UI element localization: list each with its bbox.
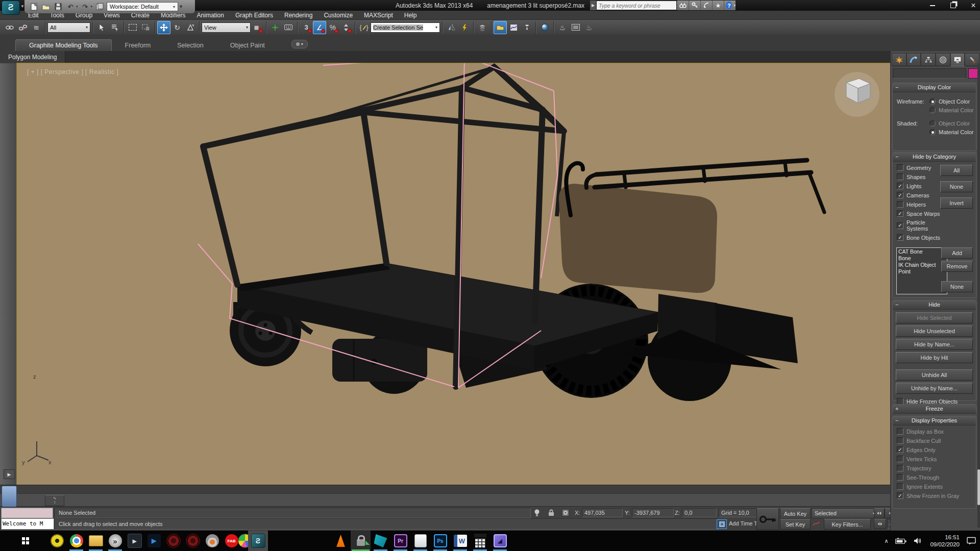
taskbar-disc-burner[interactable] <box>202 531 222 551</box>
prop-checkbox-edges-only[interactable] <box>897 446 903 453</box>
battery-icon[interactable] <box>895 538 906 544</box>
taskbar-photoshop[interactable]: Ps <box>430 531 450 551</box>
z-coord-field[interactable]: 0,0 <box>682 508 717 517</box>
taskbar-video-app-purple[interactable]: ◢ <box>490 531 510 551</box>
category-checkbox-particle-systems[interactable] <box>897 222 903 229</box>
select-and-link-icon[interactable] <box>3 21 16 34</box>
favorites-star-icon[interactable]: ★ <box>712 1 724 10</box>
isolate-selection-icon[interactable] <box>531 508 543 517</box>
redo-dropdown-icon[interactable]: ▾ <box>91 5 93 9</box>
taskbar-word[interactable]: W <box>450 531 470 551</box>
tab-motion-icon[interactable] <box>936 53 950 66</box>
schematic-view-icon[interactable] <box>520 21 533 34</box>
perspective-viewport[interactable]: [ + ] [ Perspective ] [ Realistic ] z y … <box>17 63 890 485</box>
snaps-toggle-icon[interactable]: 3 <box>300 21 313 34</box>
curve-editor-icon[interactable] <box>507 21 520 34</box>
go-to-start-button[interactable]: ⏴⏴ <box>874 508 885 518</box>
set-key-button[interactable]: Set Key <box>780 519 811 530</box>
category-checkbox-helpers[interactable] <box>897 201 903 208</box>
x-coord-field[interactable]: 497,035 <box>582 508 623 517</box>
maxscript-listener-pink[interactable] <box>1 508 53 518</box>
prop-checkbox-backface-cull[interactable] <box>897 437 903 444</box>
menu-maxscript[interactable]: MAXScript <box>358 12 399 19</box>
edit-named-selection-sets-icon[interactable]: {} <box>357 21 371 34</box>
hide-header[interactable]: −Hide <box>893 300 976 310</box>
panel-scrollbar[interactable] <box>977 63 980 528</box>
tab-display-icon[interactable] <box>950 53 965 66</box>
taskbar-3ds-max[interactable]: Ƨ <box>248 531 268 551</box>
category-invert-button[interactable]: Invert <box>940 197 973 209</box>
object-name-field[interactable] <box>893 68 966 79</box>
rectangular-selection-region-icon[interactable] <box>126 21 139 34</box>
prop-checkbox-display-as-box[interactable] <box>897 428 903 435</box>
set-keys-button[interactable] <box>756 508 779 530</box>
tab-modify-icon[interactable] <box>906 53 921 66</box>
subscription-key-icon[interactable] <box>689 1 700 10</box>
tab-object-paint[interactable]: Object Paint <box>217 40 278 51</box>
default-in-out-tangent-icon[interactable] <box>811 519 823 528</box>
keyboard-shortcut-override-icon[interactable] <box>282 21 295 34</box>
viewport-label[interactable]: [ + ] [ Perspective ] [ Realistic ] <box>27 68 118 76</box>
key-mode-dropdown[interactable]: Selected▾ <box>812 508 878 518</box>
taskbar-clonedvd-2[interactable] <box>183 531 203 551</box>
taskbar-calculator[interactable] <box>470 531 490 551</box>
category-remove-button[interactable]: Remove <box>941 261 973 272</box>
selection-lock-icon[interactable] <box>545 508 557 517</box>
key-filters-button[interactable]: Key Filters... <box>824 519 871 530</box>
workspace-dropdown[interactable]: Workspace: Default ▾ <box>107 2 178 11</box>
action-center-icon[interactable] <box>967 537 976 545</box>
spinner-snap-toggle-icon[interactable] <box>339 21 353 34</box>
taskbar-notes-app[interactable] <box>410 531 430 551</box>
hide-by-hit-button[interactable]: Hide by Hit <box>896 352 973 363</box>
search-input[interactable] <box>596 1 677 10</box>
undo-icon[interactable]: ↶ <box>65 2 76 11</box>
category-checkbox-lights[interactable] <box>897 183 903 189</box>
tab-selection[interactable]: Selection <box>164 40 216 51</box>
polygon-modeling-panel-tab[interactable]: Polygon Modeling <box>0 51 65 63</box>
category-checkbox-space-warps[interactable] <box>897 210 903 217</box>
taskbar-clock[interactable]: 16:51 09/02/2020 <box>930 534 960 548</box>
prop-checkbox-trajectory[interactable] <box>897 465 903 471</box>
select-and-manipulate-icon[interactable] <box>268 21 282 34</box>
select-by-name-icon[interactable] <box>108 21 121 34</box>
list-item[interactable]: Point <box>898 268 945 275</box>
prop-checkbox-vertex-ticks[interactable] <box>897 456 903 462</box>
bind-to-space-warp-icon[interactable]: ≋ <box>30 21 43 34</box>
project-folder-icon[interactable] <box>94 2 105 11</box>
category-checkbox-geometry[interactable] <box>897 164 903 171</box>
category-none-button[interactable]: None <box>940 181 973 192</box>
restore-button[interactable] <box>949 2 957 9</box>
menu-customize[interactable]: Customize <box>318 12 358 19</box>
category-all-button[interactable]: All <box>940 165 973 176</box>
mirror-icon[interactable] <box>445 21 458 34</box>
viewport-layout-button[interactable] <box>2 486 17 507</box>
taskbar-premiere-pro[interactable]: Pr <box>390 531 410 551</box>
help-button[interactable]: ?▾ <box>724 1 736 10</box>
qat-overflow-icon[interactable]: ▼ <box>179 4 183 9</box>
tab-graphite-modeling-tools[interactable]: Graphite Modeling Tools <box>15 39 112 51</box>
category-checkbox-bone-objects[interactable] <box>897 234 903 241</box>
unlink-selection-icon[interactable] <box>16 21 30 34</box>
taskbar-chrome[interactable] <box>66 531 86 551</box>
y-coord-field[interactable]: -3937,679 <box>632 508 674 517</box>
quick-render-icon[interactable]: ♨ <box>582 21 596 34</box>
menu-help[interactable]: Help <box>399 12 423 19</box>
hide-by-category-header[interactable]: −Hide by Category <box>893 153 976 162</box>
select-and-move-icon[interactable] <box>157 21 170 34</box>
reference-coordinate-dropdown[interactable]: View▾ <box>202 22 251 33</box>
taskbar-clonedvd-1[interactable] <box>163 531 183 551</box>
select-and-rotate-icon[interactable]: ↻ <box>170 21 184 34</box>
prop-checkbox-see-through[interactable] <box>897 474 903 481</box>
menu-rendering[interactable]: Rendering <box>279 12 318 19</box>
maxscript-listener-white[interactable]: Welcome to M <box>1 518 54 530</box>
render-setup-icon[interactable]: ♨ <box>556 21 569 34</box>
absolute-offset-mode-icon[interactable] <box>559 508 572 517</box>
percent-snap-toggle-icon[interactable]: % <box>326 21 339 34</box>
named-selection-sets-dropdown[interactable]: Create Selection Se▾ <box>371 22 440 33</box>
prop-checkbox-ignore-extents[interactable] <box>897 483 903 490</box>
category-checkbox-shapes[interactable] <box>897 173 903 180</box>
list-item[interactable]: IK Chain Object <box>898 262 945 268</box>
list-item[interactable]: CAT Bone <box>898 248 945 255</box>
save-file-icon[interactable] <box>53 2 63 11</box>
freeze-header[interactable]: +Freeze <box>893 405 976 414</box>
